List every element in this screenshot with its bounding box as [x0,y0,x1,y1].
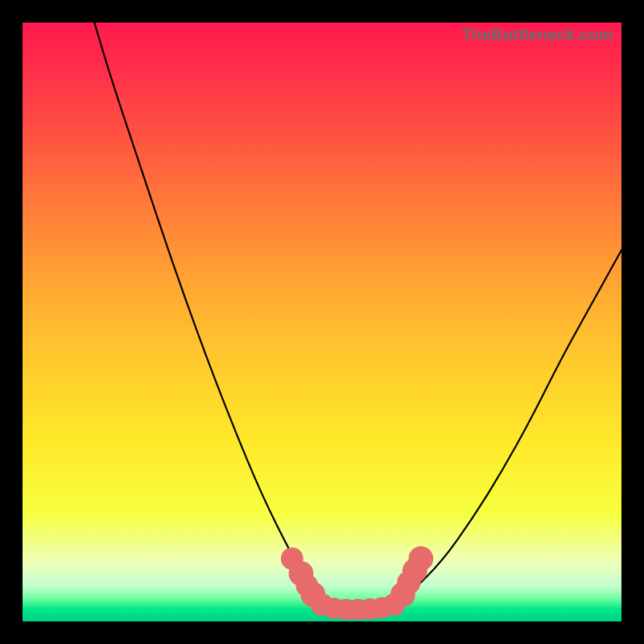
chart-overlay [23,23,621,621]
curve-left-branch [94,23,322,604]
chart-frame: TheBottleneck.com [0,0,644,644]
plot-area: TheBottleneck.com [23,23,621,621]
marker-group [281,547,433,621]
highlight-marker [408,547,433,572]
